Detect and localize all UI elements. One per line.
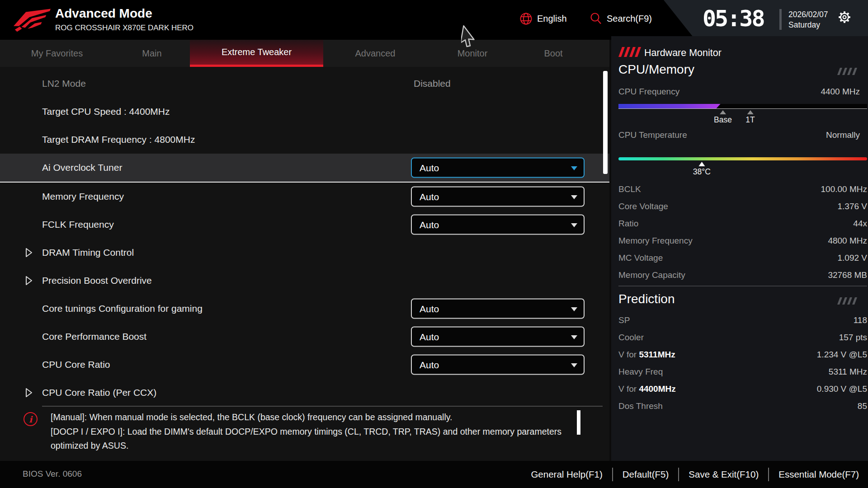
dropdown-value: Auto [420, 303, 439, 314]
setting-label: Memory Frequency [42, 191, 124, 202]
hardware-monitor-panel: Hardware Monitor CPU/Memory CPU Frequenc… [611, 36, 868, 461]
tab-my-favorites[interactable]: My Favorites [0, 40, 114, 67]
setting-label: Ai Overclock Tuner [42, 162, 122, 173]
cpu-memory-readout-list: BCLK100.00 MHz Core Voltage1.376 V Ratio… [618, 181, 867, 284]
page-title: Advanced Mode [55, 6, 152, 21]
default-button[interactable]: Default(F5) [623, 469, 669, 480]
hardware-monitor-stripes-icon [618, 47, 642, 57]
readout-row: V for 5311MHz1.234 V @L5 [618, 346, 867, 363]
readout-row: Cooler157 pts [618, 329, 867, 346]
ai-overclock-tuner-dropdown[interactable]: Auto [411, 158, 585, 178]
submenu-arrow-icon [25, 248, 33, 258]
top-header: Advanced Mode ROG CROSSHAIR X870E DARK H… [0, 0, 868, 40]
setting-label: CPU Core Ratio [42, 359, 110, 370]
dropdown-value: Auto [420, 359, 439, 370]
main-menu-tabbar: My Favorites Main Extreme Tweaker Advanc… [0, 40, 609, 67]
readout-row: MC Voltage1.092 V [618, 249, 867, 267]
search-button[interactable]: Search(F9) [589, 11, 652, 26]
prediction-heading: Prediction [618, 292, 675, 306]
cpu-memory-heading: CPU/Memory [618, 62, 694, 77]
setting-row-ai-overclock-tuner[interactable]: Ai Overclock Tuner Auto [0, 154, 609, 183]
mouse-cursor [461, 25, 477, 49]
dropdown-value: Auto [420, 331, 439, 342]
setting-label: Core Performance Boost [42, 331, 146, 342]
tab-extreme-tweaker[interactable]: Extreme Tweaker [190, 40, 323, 67]
cpu-frequency-label: CPU Frequency [618, 87, 679, 97]
setting-label: Precision Boost Overdrive [42, 275, 152, 286]
tab-main[interactable]: Main [114, 40, 190, 67]
setting-row-cpu-core-ratio[interactable]: CPU Core Ratio Auto [0, 351, 609, 379]
temperature-marker-label: 38°C [693, 167, 711, 177]
base-marker: Base [714, 110, 732, 125]
temperature-marker: 38°C [693, 162, 711, 177]
setting-row-precision-boost-overdrive[interactable]: Precision Boost Overdrive [0, 267, 609, 295]
readout-row: SP118 [618, 312, 867, 329]
chevron-down-icon [571, 223, 577, 227]
footer-separator [678, 468, 679, 481]
rog-logo [13, 6, 51, 33]
prediction-readout-list: SP118 Cooler157 pts V for 5311MHz1.234 V… [618, 312, 867, 415]
tab-advanced[interactable]: Advanced [323, 40, 427, 67]
chevron-down-icon [571, 195, 577, 199]
memory-frequency-dropdown[interactable]: Auto [411, 187, 585, 207]
setting-row-target-dram-frequency: Target DRAM Frequency : 4800MHz [0, 126, 609, 154]
readout-row: BCLK100.00 MHz [618, 181, 867, 198]
core-tunings-dropdown[interactable]: Auto [411, 299, 585, 319]
clock-divider [779, 9, 782, 30]
general-help-button[interactable]: General Help(F1) [531, 469, 602, 480]
gear-icon[interactable] [836, 9, 853, 25]
chevron-down-icon [571, 363, 577, 367]
clock-time: 05:38 [703, 5, 764, 32]
setting-row-core-tunings-configuration[interactable]: Core tunings Configuration for gaming Au… [0, 295, 609, 323]
core-performance-boost-dropdown[interactable]: Auto [411, 327, 585, 347]
chevron-down-icon [571, 335, 577, 339]
fclk-frequency-dropdown[interactable]: Auto [411, 215, 585, 235]
tab-boot[interactable]: Boot [518, 40, 589, 67]
search-label: Search(F9) [607, 14, 652, 24]
language-button[interactable]: English [519, 11, 567, 26]
setting-row-core-performance-boost[interactable]: Core Performance Boost Auto [0, 323, 609, 351]
setting-row-cpu-core-ratio-per-ccx[interactable]: CPU Core Ratio (Per CCX) [0, 379, 609, 407]
info-icon: i [24, 412, 38, 426]
help-scrollbar-thumb[interactable] [577, 410, 580, 435]
setting-row-dram-timing-control[interactable]: DRAM Timing Control [0, 239, 609, 267]
chevron-down-icon [571, 307, 577, 311]
footer-menu: General Help(F1) Default(F5) Save & Exit… [531, 466, 859, 483]
setting-row-memory-frequency[interactable]: Memory Frequency Auto [0, 183, 609, 211]
cpu-frequency-bar [618, 104, 867, 109]
footer-separator [768, 468, 769, 481]
save-exit-button[interactable]: Save & Exit(F10) [689, 469, 759, 480]
hardware-monitor-title: Hardware Monitor [644, 47, 722, 59]
section-stripes-icon [837, 297, 857, 305]
cpu-temperature-label: CPU Temperature [618, 130, 687, 140]
submenu-arrow-icon [25, 276, 33, 286]
footer-separator [612, 468, 613, 481]
dropdown-value: Auto [420, 191, 439, 202]
section-divider [618, 286, 867, 286]
marker-triangle-icon [720, 110, 726, 114]
settings-panel: LN2 Mode Disabled Target CPU Speed : 440… [0, 67, 609, 461]
chevron-down-icon [571, 166, 577, 170]
info-divider [42, 406, 603, 407]
weekday-value: Saturday [788, 20, 828, 30]
setting-row-target-cpu-speed: Target CPU Speed : 4400MHz [0, 98, 609, 126]
essential-mode-button[interactable]: Essential Mode(F7) [778, 469, 859, 480]
dropdown-value: Auto [420, 162, 439, 173]
help-text-box: [Manual]: When manual mode is selected, … [51, 410, 573, 453]
cpu-core-ratio-dropdown[interactable]: Auto [411, 355, 585, 375]
settings-scrollbar-thumb[interactable] [603, 71, 608, 174]
submenu-arrow-icon [25, 388, 33, 398]
cpu-temperature-status: Normally [826, 130, 860, 140]
help-text-line2: [DOCP I / EXPO I]: Load the DIMM's defau… [51, 425, 573, 453]
setting-row-fclk-frequency[interactable]: FCLK Frequency Auto [0, 211, 609, 239]
readout-row: Memory Capacity32768 MB [618, 267, 867, 284]
clock-date: 2026/02/07 Saturday [788, 9, 828, 30]
setting-label: DRAM Timing Control [42, 247, 134, 258]
readout-row: V for 4400MHz0.930 V @L5 [618, 380, 867, 398]
readout-row: Memory Frequency4800 MHz [618, 232, 867, 249]
language-label: English [537, 14, 567, 24]
clock-panel: 05:38 2026/02/07 Saturday [664, 0, 868, 40]
readout-row: Heavy Freq5311 MHz [618, 363, 867, 380]
1t-marker: 1T [745, 110, 755, 125]
bios-version: BIOS Ver. 0606 [23, 469, 82, 479]
